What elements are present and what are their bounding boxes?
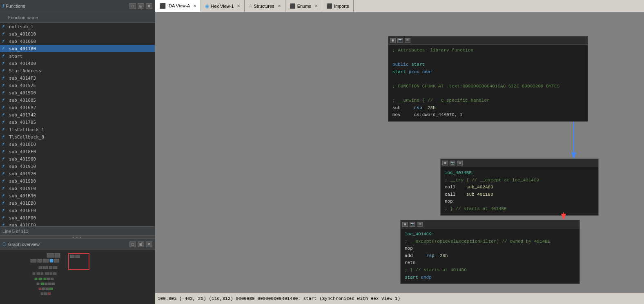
cb3-btn3[interactable]: ⊟: [417, 222, 423, 227]
status-sep5: [301, 296, 303, 301]
function-list-item[interactable]: fsub_4015D0: [0, 89, 155, 96]
svg-rect-15: [37, 273, 40, 275]
svg-rect-0: [47, 253, 54, 257]
function-name: sub_401060: [9, 39, 36, 44]
cb3-line-comment1: ; __except(TopLevelExceptionFilter) // o…: [405, 238, 575, 246]
cb2-line-call1: call sub_402A80: [445, 184, 594, 191]
svg-rect-30: [39, 288, 41, 290]
cb2-btn3[interactable]: ⊟: [457, 161, 463, 165]
overview-float-btn[interactable]: □: [129, 241, 136, 247]
cb2-btn2[interactable]: 📷: [450, 161, 455, 165]
function-icon: f: [2, 105, 7, 110]
tab-hex-view-1[interactable]: ◉ Hex View-1 ✕: [201, 0, 245, 12]
function-list-item[interactable]: fsub_40152E: [0, 82, 155, 89]
function-list-item[interactable]: fsub_401742: [0, 111, 155, 118]
function-icon: f: [2, 163, 7, 169]
function-list-item[interactable]: fsub_4014D0: [0, 60, 155, 67]
tab-structures[interactable]: A Structures ✕: [245, 0, 285, 12]
tab-close-enums[interactable]: ✕: [314, 4, 318, 8]
status-cursor: (116,312): [209, 296, 233, 301]
svg-rect-23: [47, 278, 50, 280]
svg-rect-31: [42, 288, 45, 290]
function-list-item[interactable]: fStartAddress: [0, 67, 155, 74]
sidebar-float-btn[interactable]: □: [129, 3, 136, 9]
function-name: sub_4014D0: [9, 61, 36, 66]
sidebar-resize-handle[interactable]: • • •: [0, 235, 155, 239]
function-icon: f: [2, 208, 7, 213]
cb1-line-proc: start proc near: [392, 69, 584, 76]
svg-rect-26: [41, 283, 44, 285]
function-list-item[interactable]: fsub_401EF0: [0, 207, 155, 214]
function-name: sub_401FE0: [9, 223, 36, 227]
functions-panel-title: Functions: [6, 4, 25, 9]
cb3-btn1[interactable]: ▣: [402, 222, 408, 227]
overview-snap-btn[interactable]: ⊟: [138, 241, 144, 247]
tab-enums[interactable]: ⬛ Enums ✕: [285, 0, 322, 12]
function-name: sub_4019D0: [9, 179, 36, 184]
function-list-item[interactable]: fstart: [0, 52, 155, 60]
cb2-line-comment2: ; } // starts at 4014BE: [445, 206, 594, 213]
tab-close-structures[interactable]: ✕: [278, 4, 281, 8]
overview-close-btn[interactable]: ✕: [146, 241, 152, 247]
tab-close-hex-view-1[interactable]: ✕: [237, 4, 240, 8]
tab-imports[interactable]: ⬛ Imports: [322, 0, 354, 12]
function-list-item[interactable]: fsub_401180: [0, 45, 155, 52]
cb1-line-blank3: [392, 90, 584, 98]
function-list-item[interactable]: fsub_4016A2: [0, 104, 155, 111]
code-block-1-header: ▣ 📷 ⊟: [388, 36, 588, 45]
function-list-item[interactable]: fsub_401B90: [0, 192, 155, 199]
function-list-item[interactable]: fsub_401900: [0, 155, 155, 163]
cb3-btn2[interactable]: 📷: [410, 222, 415, 227]
function-list-item[interactable]: fTlsCallback_0: [0, 133, 155, 141]
function-list-item[interactable]: fsub_401910: [0, 163, 155, 170]
cb3-line-label: loc_4014C9:: [405, 231, 575, 238]
svg-rect-35: [44, 293, 47, 295]
function-column-header: Function name: [0, 12, 155, 23]
function-icon: f: [2, 127, 7, 132]
svg-rect-2: [31, 259, 36, 262]
function-list-item[interactable]: fsub_4019D0: [0, 177, 155, 185]
function-list-item[interactable]: fsub_401685: [0, 96, 155, 104]
tab-close-ida-view-a[interactable]: ✕: [193, 4, 196, 8]
function-name: sub_4019F0: [9, 186, 36, 191]
function-list[interactable]: fnullsub_1fsub_401010fsub_401060fsub_401…: [0, 23, 155, 226]
function-list-item[interactable]: fsub_4014F3: [0, 74, 155, 82]
function-list-item[interactable]: fsub_401F00: [0, 214, 155, 221]
function-list-item[interactable]: fsub_401010: [0, 30, 155, 38]
graph-overview-canvas[interactable]: [0, 250, 155, 304]
svg-rect-8: [70, 255, 74, 258]
cb2-line-comment1: ; __try { // __except at loc_4014C9: [445, 177, 594, 184]
function-list-item[interactable]: fsub_401EB0: [0, 199, 155, 207]
status-sep3: [233, 296, 236, 301]
status-sep6: [317, 296, 320, 301]
function-list-item[interactable]: fsub_4018F0: [0, 148, 155, 155]
function-icon: f: [2, 215, 7, 221]
cb1-btn1[interactable]: ▣: [390, 38, 396, 43]
sidebar-panel-header: f Functions □ ⊟ ✕: [0, 0, 155, 12]
cb2-btn1[interactable]: ▣: [442, 161, 448, 165]
svg-rect-16: [41, 273, 43, 275]
function-list-item[interactable]: fsub_4019F0: [0, 185, 155, 192]
function-list-item[interactable]: fsub_401920: [0, 170, 155, 177]
svg-rect-19: [53, 273, 56, 275]
function-list-item[interactable]: fsub_401060: [0, 38, 155, 45]
function-list-item[interactable]: fTlsCallback_1: [0, 126, 155, 133]
svg-rect-5: [50, 259, 53, 262]
cb2-line-call2: call sub_401180: [445, 191, 594, 199]
function-icon: f: [2, 193, 7, 199]
function-list-item[interactable]: fsub_4018E0: [0, 141, 155, 148]
tab-icon-structures: A: [249, 3, 252, 9]
cb1-btn3[interactable]: ⊟: [405, 38, 410, 43]
function-list-item[interactable]: fsub_401795: [0, 118, 155, 126]
sidebar-snap-btn[interactable]: ⊟: [138, 3, 144, 9]
cb1-btn2[interactable]: 📷: [397, 38, 403, 43]
function-list-item[interactable]: fnullsub_1: [0, 23, 155, 30]
cb3-line-comment2: ; } // starts at 4014B0: [405, 267, 575, 274]
function-icon: f: [2, 97, 7, 103]
tab-ida-view-a[interactable]: ⬛ IDA View-A ✕: [155, 0, 201, 12]
sidebar-close-btn[interactable]: ✕: [146, 3, 152, 9]
cb3-line-retn: retn: [405, 259, 575, 267]
function-list-item[interactable]: fsub_401FE0: [0, 221, 155, 226]
function-name: TlsCallback_0: [9, 134, 44, 140]
svg-rect-24: [51, 278, 53, 280]
